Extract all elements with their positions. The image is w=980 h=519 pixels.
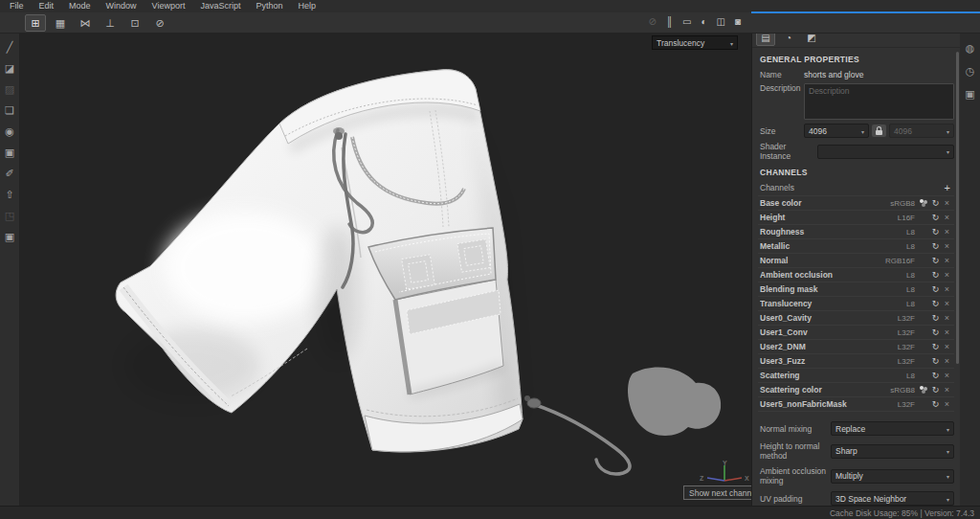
grid-warp-icon[interactable]: ▦ [50, 14, 71, 32]
channel-format[interactable]: sRGB8 [880, 386, 915, 395]
screenshot-icon[interactable]: ◙ [735, 14, 741, 30]
channels-list-label: Channels [760, 183, 794, 192]
panel-scrollbar[interactable] [956, 52, 959, 364]
channel-name: User2_DNM [760, 342, 880, 351]
polygon-fill-tool-icon[interactable]: ❏ [0, 100, 19, 121]
remove-channel-icon[interactable]: × [942, 342, 952, 351]
remove-channel-icon[interactable]: × [942, 313, 952, 323]
right-dock: ◍ ◷ ▣ [960, 13, 980, 506]
properties-panel-icon[interactable]: ▣ [965, 88, 974, 101]
channel-format[interactable]: L8 [880, 242, 915, 251]
channel-format[interactable]: L8 [880, 285, 915, 294]
menu-item[interactable]: Window [99, 0, 145, 12]
history-icon[interactable]: ◷ [966, 65, 975, 78]
reset-channel-icon[interactable]: ↻ [929, 284, 942, 294]
remove-channel-icon[interactable]: × [942, 385, 952, 395]
channel-format[interactable]: L8 [880, 300, 915, 308]
no-snap-icon[interactable]: ⊘ [149, 14, 170, 32]
remove-channel-icon[interactable]: × [942, 227, 952, 237]
reset-channel-icon[interactable]: ↻ [929, 256, 942, 265]
reset-channel-icon[interactable]: ↻ [929, 299, 942, 308]
eraser-tool-icon[interactable]: ◪ [0, 57, 19, 79]
symmetry-x-icon[interactable]: ⋈ [75, 14, 96, 32]
menu-item[interactable]: Mode [61, 0, 99, 12]
reset-channel-icon[interactable]: ↻ [929, 270, 942, 280]
channel-format[interactable]: L8 [880, 271, 915, 280]
menu-item[interactable]: Python [248, 0, 290, 12]
material-picker-tool-icon[interactable]: ✐ [0, 163, 19, 184]
reset-channel-icon[interactable]: ↻ [929, 342, 942, 351]
remove-channel-icon[interactable]: × [942, 327, 952, 337]
camera-projection-icon[interactable]: ◫ [717, 14, 725, 30]
reset-channel-icon[interactable]: ↻ [929, 313, 942, 323]
color-swatch-icon[interactable] [918, 198, 929, 208]
channel-name: User5_nonFabricMask [760, 399, 880, 409]
remove-channel-icon[interactable]: × [942, 371, 952, 380]
grid-snap-icon[interactable]: ⊞ [25, 14, 46, 32]
reset-channel-icon[interactable]: ↻ [929, 241, 942, 251]
smudge-tool-icon[interactable]: ◉ [0, 121, 19, 142]
remove-channel-icon[interactable]: × [942, 270, 952, 280]
mixing-label: Ambient occlusion mixing [758, 466, 831, 485]
shorts-3d-model [20, 33, 751, 506]
channel-format[interactable]: RGB16F [880, 257, 915, 265]
size-select[interactable]: 4096 [804, 124, 869, 138]
reset-channel-icon[interactable]: ↻ [929, 385, 942, 395]
channel-format[interactable]: sRGB8 [880, 199, 915, 208]
channel-format[interactable]: L32F [880, 314, 915, 323]
reset-channel-icon[interactable]: ↻ [929, 371, 942, 380]
reset-channel-icon[interactable]: ↻ [929, 227, 942, 237]
channel-format[interactable]: L32F [880, 357, 915, 366]
color-swatch-icon[interactable] [918, 385, 929, 395]
add-channel-button[interactable]: + [945, 183, 950, 192]
reset-channel-icon[interactable]: ↻ [929, 399, 942, 409]
menu-item[interactable]: Viewport [145, 0, 193, 12]
remove-channel-icon[interactable]: × [942, 299, 952, 308]
iray-render-icon[interactable]: ⊘ [649, 14, 657, 30]
material-ball-icon[interactable]: ◍ [966, 42, 975, 55]
focus-frame-icon[interactable]: ⊡ [124, 14, 145, 32]
remove-channel-icon[interactable]: × [942, 399, 952, 409]
remove-channel-icon[interactable]: × [942, 213, 952, 222]
paint-tool-icon[interactable]: ╱ [0, 36, 19, 57]
channel-format[interactable]: L8 [880, 228, 915, 237]
clone-tool-icon[interactable]: ▣ [0, 142, 19, 163]
reset-channel-icon[interactable]: ↻ [929, 213, 942, 222]
channel-format[interactable]: L32F [880, 343, 915, 351]
reset-channel-icon[interactable]: ↻ [929, 356, 942, 366]
chevron-down-icon [947, 471, 949, 481]
menu-item[interactable]: JavaScript [192, 0, 248, 12]
shader-sphere-icon[interactable]: ◐ [701, 14, 706, 30]
pause-engine-icon[interactable]: ║ [666, 14, 673, 30]
projection-tool-icon[interactable]: ▨ [0, 79, 19, 100]
menu-item[interactable]: Help [290, 0, 323, 12]
remove-channel-icon[interactable]: × [942, 356, 952, 366]
remove-channel-icon[interactable]: × [942, 256, 952, 265]
size-lock-button[interactable] [872, 124, 886, 137]
mixing-select[interactable]: Multiply [831, 469, 954, 484]
channel-format[interactable]: L8 [880, 372, 915, 380]
name-value[interactable]: shorts and glove [804, 70, 863, 79]
bake-mesh-maps-icon[interactable]: ◳ [0, 205, 19, 226]
remove-channel-icon[interactable]: × [942, 198, 952, 208]
export-textures-icon[interactable]: ⇧ [0, 184, 19, 205]
viewport-channel-select[interactable]: Translucency [652, 35, 738, 50]
mixing-select[interactable]: Sharp [831, 444, 954, 459]
remove-channel-icon[interactable]: × [942, 284, 952, 294]
display-mode-icon[interactable]: ▭ [682, 14, 691, 30]
mixing-select[interactable]: 3D Space Neighbor [831, 491, 954, 506]
channel-format[interactable]: L16F [880, 214, 915, 222]
reset-channel-icon[interactable]: ↻ [929, 198, 942, 208]
channel-format[interactable]: L32F [880, 400, 915, 409]
remove-channel-icon[interactable]: × [942, 241, 952, 251]
menu-item[interactable]: Edit [32, 0, 62, 12]
mixing-select[interactable]: Replace [831, 421, 954, 436]
shader-instance-select[interactable] [817, 145, 954, 159]
reset-channel-icon[interactable]: ↻ [929, 327, 942, 337]
channel-format[interactable]: L32F [880, 328, 915, 337]
resources-updater-icon[interactable]: ▣ [0, 226, 19, 247]
symmetry-y-icon[interactable]: ⊥ [100, 14, 121, 32]
menu-item[interactable]: File [2, 0, 32, 12]
viewport-3d[interactable]: Translucency Show next channel Y X Z [20, 33, 751, 506]
description-field[interactable]: Description [804, 83, 954, 120]
